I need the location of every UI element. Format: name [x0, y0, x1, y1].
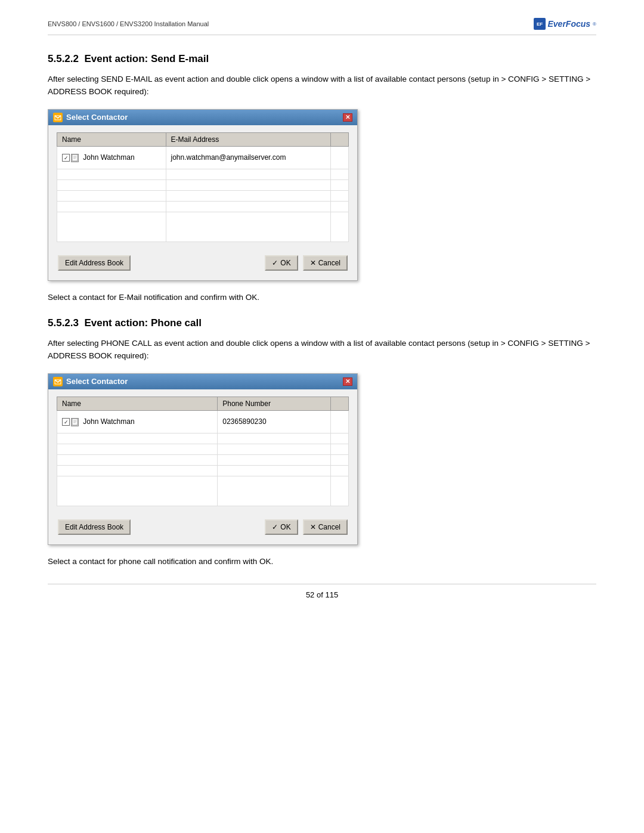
manual-title: ENVS800 / ENVS1600 / ENVS3200 Installati…	[48, 20, 209, 27]
phone-col-name: Name	[57, 397, 218, 410]
table-row	[57, 465, 349, 476]
logo-text: EverFocus	[548, 19, 591, 29]
phone-row1-name: ✓	[57, 410, 218, 433]
checkbox-icon: ✓	[62, 154, 70, 162]
row-icons: ✓	[62, 418, 79, 426]
phone-row1-extra	[331, 410, 349, 433]
phone-dialog-icon	[53, 377, 63, 386]
phone-col-extra	[331, 397, 349, 410]
row-icons: ✓	[62, 154, 79, 162]
section-1-title: 5.5.2.2 Event action: Send E-mail	[48, 53, 596, 65]
email-col-extra	[331, 132, 349, 146]
doc-icon	[71, 154, 79, 162]
email-dialog-body: Name E-Mail Address ✓	[48, 125, 357, 280]
phone-contact-table: Name Phone Number ✓	[57, 397, 349, 506]
table-row[interactable]: ✓	[57, 146, 349, 169]
email-ok-button[interactable]: ✓ OK	[265, 255, 298, 271]
table-row	[57, 169, 349, 179]
ok-checkmark-icon: ✓	[272, 259, 278, 267]
section-2-body: After selecting PHONE CALL as event acti…	[48, 337, 596, 363]
email-row1-name: ✓	[57, 146, 166, 169]
email-row1-extra	[331, 146, 349, 169]
phone-dialog: Select Contactor ✕ Name Phone Number	[48, 373, 358, 545]
email-row1-name-text: John Watchman	[83, 153, 134, 162]
email-dialog-wrapper: Select Contactor ✕ Name E-Mail Address	[48, 109, 596, 281]
email-col-value: E-Mail Address	[166, 132, 330, 146]
section-2-heading: Event action: Phone call	[84, 317, 202, 329]
logo-icon: EF	[534, 18, 546, 30]
section-2-confirm-text: Select a contact for phone call notifica…	[48, 557, 596, 566]
email-cancel-button[interactable]: ✕ Cancel	[303, 255, 348, 271]
page-header: ENVS800 / ENVS1600 / ENVS3200 Installati…	[48, 18, 596, 35]
section-1-number: 5.5.2.2	[48, 53, 79, 64]
section-1-heading: Event action: Send E-mail	[84, 53, 209, 64]
email-dialog-footer: Edit Address Book ✓ OK ✕ Cancel	[57, 250, 349, 273]
cancel-x-icon: ✕	[310, 523, 316, 531]
phone-footer-right: ✓ OK ✕ Cancel	[265, 519, 348, 535]
phone-dialog-close-button[interactable]: ✕	[343, 377, 352, 386]
doc-icon	[71, 418, 79, 426]
email-row1-value: john.watchman@anymailserver.com	[166, 146, 330, 169]
section-1-body: After selecting SEND E-MAIL as event act…	[48, 73, 596, 98]
phone-dialog-body: Name Phone Number ✓	[48, 389, 357, 544]
logo-registered: ®	[593, 21, 596, 27]
phone-ok-button[interactable]: ✓ OK	[265, 519, 298, 535]
table-row	[57, 201, 349, 212]
page: ENVS800 / ENVS1600 / ENVS3200 Installati…	[0, 0, 644, 833]
email-dialog-title-left: Select Contactor	[53, 113, 128, 122]
email-dialog-titlebar: Select Contactor ✕	[48, 110, 357, 125]
email-footer-right: ✓ OK ✕ Cancel	[265, 255, 348, 271]
table-row	[57, 179, 349, 190]
phone-dialog-wrapper: Select Contactor ✕ Name Phone Number	[48, 373, 596, 545]
checkbox-icon: ✓	[62, 418, 70, 426]
table-row	[57, 476, 349, 506]
phone-row1-name-text: John Watchman	[83, 417, 134, 426]
table-row	[57, 212, 349, 241]
email-edit-address-book-button[interactable]: Edit Address Book	[58, 255, 131, 271]
svg-text:EF: EF	[536, 21, 542, 27]
phone-cancel-button[interactable]: ✕ Cancel	[303, 519, 348, 535]
page-footer: 52 of 115	[48, 584, 596, 599]
email-dialog-close-button[interactable]: ✕	[343, 113, 352, 122]
table-row	[57, 454, 349, 465]
svg-rect-10	[72, 419, 78, 425]
logo-area: EF EverFocus ®	[534, 18, 597, 30]
phone-dialog-title-left: Select Contactor	[53, 377, 128, 386]
phone-row1-value: 02365890230	[218, 410, 331, 433]
phone-dialog-footer: Edit Address Book ✓ OK ✕ Cancel	[57, 515, 349, 537]
email-contact-table: Name E-Mail Address ✓	[57, 132, 349, 242]
section-2-title: 5.5.2.3 Event action: Phone call	[48, 317, 596, 329]
section-1-confirm-text: Select a contact for E-Mail notification…	[48, 293, 596, 302]
ok-checkmark-icon: ✓	[272, 523, 278, 531]
page-number: 52 of 115	[306, 590, 338, 599]
phone-dialog-titlebar: Select Contactor ✕	[48, 374, 357, 389]
email-dialog-icon	[53, 113, 63, 122]
email-col-name: Name	[57, 132, 166, 146]
email-dialog-title-text: Select Contactor	[66, 113, 128, 122]
table-row[interactable]: ✓	[57, 410, 349, 433]
table-row	[57, 190, 349, 201]
phone-dialog-title-text: Select Contactor	[66, 377, 128, 386]
section-2-number: 5.5.2.3	[48, 317, 79, 329]
svg-rect-4	[72, 154, 78, 161]
phone-col-value: Phone Number	[218, 397, 331, 410]
cancel-x-icon: ✕	[310, 259, 316, 267]
phone-edit-address-book-button[interactable]: Edit Address Book	[58, 519, 131, 535]
email-dialog: Select Contactor ✕ Name E-Mail Address	[48, 109, 358, 281]
table-row	[57, 433, 349, 444]
table-row	[57, 444, 349, 454]
